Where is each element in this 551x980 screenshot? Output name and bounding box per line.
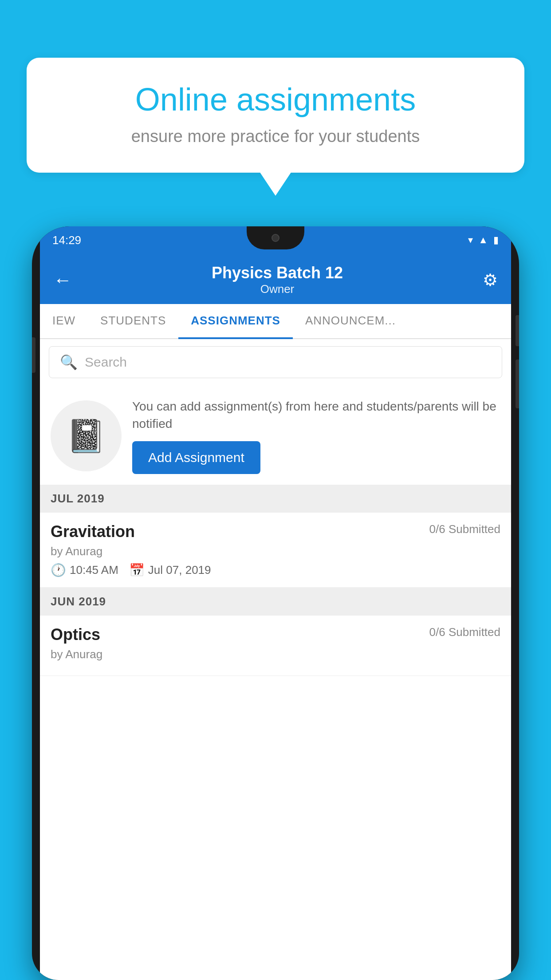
assignment-row: Gravitation 0/6 Submitted (51, 522, 500, 541)
meta-time: 🕐 10:45 AM (51, 563, 118, 577)
tabs-bar: IEW STUDENTS ASSIGNMENTS ANNOUNCEM... (40, 304, 511, 339)
phone-frame: 14:29 ▾ ▲ ▮ ← Physics Batch 12 Owner ⚙ I… (32, 226, 519, 980)
tab-announcements[interactable]: ANNOUNCEM... (293, 304, 408, 338)
header-title: Physics Batch 12 (72, 264, 483, 282)
bubble-subtitle: ensure more practice for your students (58, 127, 493, 146)
promo-section: 📓 You can add assignment(s) from here an… (40, 385, 511, 485)
assignment-author-optics: by Anurag (51, 648, 500, 661)
notebook-icon: 📓 (66, 417, 106, 455)
search-placeholder: Search (85, 355, 127, 370)
calendar-icon: 📅 (129, 563, 145, 577)
assignment-name-optics: Optics (51, 625, 100, 644)
signal-icon: ▲ (478, 234, 488, 246)
search-bar[interactable]: 🔍 Search (49, 346, 502, 378)
tab-assignments[interactable]: ASSIGNMENTS (178, 304, 293, 339)
assignment-meta: 🕐 10:45 AM 📅 Jul 07, 2019 (51, 563, 500, 577)
search-container: 🔍 Search (40, 339, 511, 385)
section-header-jul: JUL 2019 (40, 485, 511, 513)
speech-bubble-area: Online assignments ensure more practice … (27, 58, 524, 173)
tab-students[interactable]: STUDENTS (88, 304, 178, 338)
settings-icon[interactable]: ⚙ (483, 270, 498, 290)
header-subtitle: Owner (72, 282, 483, 296)
bubble-title: Online assignments (58, 82, 493, 117)
add-assignment-button[interactable]: Add Assignment (132, 441, 260, 474)
camera-dot (272, 234, 279, 242)
tab-iew[interactable]: IEW (40, 304, 88, 338)
phone-screen: ← Physics Batch 12 Owner ⚙ IEW STUDENTS … (40, 254, 511, 980)
promo-content: You can add assignment(s) from here and … (132, 398, 500, 474)
assignment-item-optics[interactable]: Optics 0/6 Submitted by Anurag (40, 616, 511, 676)
assignment-author: by Anurag (51, 545, 500, 558)
app-header: ← Physics Batch 12 Owner ⚙ (40, 254, 511, 304)
search-icon: 🔍 (60, 354, 78, 371)
assignment-submitted-optics: 0/6 Submitted (429, 625, 500, 639)
status-time: 14:29 (52, 233, 81, 247)
power-button (516, 315, 519, 346)
speech-bubble: Online assignments ensure more practice … (27, 58, 524, 173)
back-button[interactable]: ← (53, 269, 72, 291)
camera-notch (247, 226, 304, 249)
clock-icon: 🕐 (51, 563, 66, 577)
status-icons: ▾ ▲ ▮ (468, 234, 499, 246)
volume-button (32, 337, 35, 373)
assignment-row-optics: Optics 0/6 Submitted (51, 625, 500, 644)
promo-icon-circle: 📓 (51, 400, 122, 471)
assignment-submitted: 0/6 Submitted (429, 522, 500, 536)
wifi-icon: ▾ (468, 234, 473, 246)
header-center: Physics Batch 12 Owner (72, 264, 483, 296)
assignment-name: Gravitation (51, 522, 135, 541)
section-header-jun: JUN 2019 (40, 588, 511, 616)
battery-icon: ▮ (493, 234, 499, 246)
promo-description: You can add assignment(s) from here and … (132, 398, 500, 432)
meta-date: 📅 Jul 07, 2019 (129, 563, 211, 577)
assignment-item-gravitation[interactable]: Gravitation 0/6 Submitted by Anurag 🕐 10… (40, 513, 511, 588)
volume-down-button (516, 360, 519, 408)
